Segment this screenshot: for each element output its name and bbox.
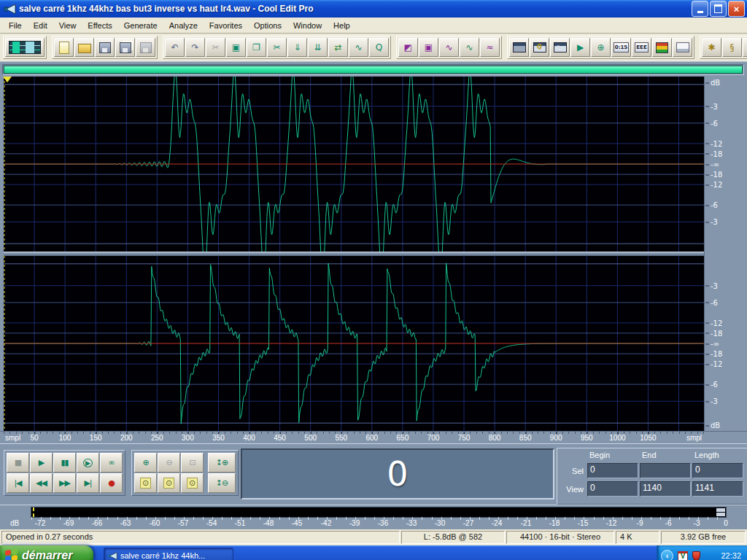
trim-button[interactable]: ▣ [226, 38, 246, 57]
sel-begin-field[interactable]: 0 [587, 463, 638, 478]
rewind-button[interactable]: ◀◀ [30, 473, 53, 493]
taskbar-task-button[interactable]: salve carré 1khz 44kh... [104, 548, 233, 560]
pause-button[interactable]: ▮▮ [53, 453, 76, 472]
toolbar-group: Q▶▶⊕0:15EEE [507, 36, 694, 59]
close-button[interactable]: × [728, 1, 745, 17]
meter-cursor [33, 508, 34, 517]
paste-button[interactable]: ⇓ [287, 38, 307, 57]
sample-ruler[interactable]: 5010015020025030035040045050055060065070… [0, 431, 747, 443]
spectral-view-button[interactable]: ◩ [398, 38, 418, 57]
fast-forward-button[interactable]: ▶▶ [53, 473, 76, 493]
menu-generate[interactable]: Generate [118, 20, 163, 31]
menu-view[interactable]: View [53, 20, 82, 31]
view-length-field[interactable]: 1141 [692, 481, 743, 497]
meter-tick-label: 0 [724, 519, 728, 527]
view-end-field[interactable]: 1140 [640, 481, 691, 497]
view-begin-field[interactable]: 0 [587, 481, 638, 497]
sel-end-field[interactable] [640, 463, 691, 478]
save-selection-button[interactable] [136, 38, 155, 57]
menu-effects[interactable]: Effects [82, 20, 117, 31]
db-ruler-channel-1[interactable]: dB-3-6-12-18-∞-18-12-6-3 [705, 77, 741, 252]
goto-button[interactable]: ▶ [550, 38, 570, 57]
time-display[interactable]: 0 [241, 448, 554, 499]
sel-length-field[interactable]: 0 [692, 463, 743, 478]
zoom-to-left-edge-button[interactable]: ⊙ [134, 473, 157, 493]
organizer-button[interactable] [652, 38, 672, 57]
waveform-channel-right[interactable] [4, 256, 704, 431]
multitrack-view-button[interactable] [5, 38, 44, 57]
zoom-to-right-edge-button[interactable]: ⊙ [181, 473, 204, 493]
tray-chevron-icon[interactable]: ‹ [661, 550, 673, 560]
normalize-button[interactable]: ∿ [349, 38, 368, 57]
zoom-tool-button[interactable]: ⊕ [591, 38, 611, 57]
new-file-button[interactable] [54, 38, 74, 57]
vertical-zoom-out-button[interactable]: ↕⊖ [208, 473, 236, 493]
minimize-button[interactable] [692, 1, 708, 17]
vnc-tray-icon[interactable]: V [678, 551, 688, 560]
open-file-button[interactable] [74, 38, 94, 57]
view-waveform-2-button[interactable]: ∿ [460, 38, 479, 57]
menu-options[interactable]: Options [248, 20, 287, 31]
start-button[interactable]: démarrer [0, 545, 93, 560]
window-tile-button[interactable] [509, 38, 529, 57]
scrollbar-thumb[interactable] [4, 66, 743, 74]
zoom-out-button[interactable]: ⊖ [158, 453, 180, 472]
redo-button[interactable]: ↷ [185, 38, 205, 57]
convert-sample-type-button[interactable]: ⇄ [328, 38, 348, 57]
stop-button[interactable]: ■ [7, 453, 29, 472]
waveform-channel-left[interactable] [4, 77, 704, 252]
go-to-end-button[interactable]: ▶| [77, 473, 99, 493]
level-meter-bar[interactable] [31, 507, 727, 518]
db-label: -12 [711, 181, 722, 189]
session-clock-button[interactable]: 0:15 [611, 38, 631, 57]
zoom-full-button[interactable]: ⊡ [181, 453, 204, 472]
scrollbar-track[interactable] [2, 64, 744, 75]
security-shield-tray-icon[interactable] [692, 551, 700, 560]
play-looped-button[interactable]: ▶ [77, 453, 99, 472]
zoom-to-selection-button[interactable]: ⊙ [158, 473, 180, 493]
view-waveform-3-button[interactable]: ≈ [480, 38, 500, 57]
settings-button[interactable]: ✱ [702, 38, 721, 57]
window-tile-icon [513, 42, 526, 52]
cut-button[interactable]: ✂ [267, 38, 287, 57]
meter-tick-label: -15 [578, 519, 588, 527]
zoom-in-button[interactable]: ⊕ [134, 453, 157, 472]
copy-button[interactable]: ❐ [247, 38, 266, 57]
status-panel-button[interactable] [673, 38, 692, 57]
menu-analyze[interactable]: Analyze [163, 20, 204, 31]
menu-file[interactable]: File [3, 20, 28, 31]
menu-window[interactable]: Window [287, 20, 328, 31]
menu-edit[interactable]: Edit [28, 20, 53, 31]
windows-flag-icon [5, 549, 18, 560]
restore-button[interactable] [710, 1, 727, 17]
record-button[interactable]: ● [100, 473, 123, 493]
play-button[interactable]: ▶ [30, 453, 53, 472]
play-list-button[interactable]: ▶ [570, 38, 590, 57]
loop-button[interactable]: ∞ [100, 453, 123, 472]
find-sounds-button[interactable]: Q [530, 38, 549, 57]
level-meter[interactable]: dB-72-69-66-63-60-57-54-51-48-45-42-39-3… [0, 505, 747, 529]
undo-button[interactable]: ↶ [165, 38, 185, 57]
options-toggle-button[interactable]: ▣ [419, 38, 438, 57]
paste-mix-button[interactable]: ⇊ [308, 38, 328, 57]
vertical-zoom-in-button[interactable]: ↕⊕ [208, 453, 236, 472]
menu-favorites[interactable]: Favorites [204, 20, 248, 31]
menu-help[interactable]: Help [328, 20, 356, 31]
waveform-display[interactable] [4, 77, 704, 431]
playback-cursor-marker[interactable] [3, 77, 12, 87]
save-as-button[interactable] [115, 38, 135, 57]
go-to-beginning-button[interactable]: |◀ [7, 473, 29, 493]
cut-inactive-button[interactable]: ✂ [206, 38, 225, 57]
sample-ruler-label: 700 [427, 434, 440, 442]
selview-row-label-sel: Sel [560, 467, 586, 475]
db-ruler-channel-2[interactable]: -3-6-12-18-∞-18-12-6-3dB [705, 256, 741, 431]
scripting-button[interactable]: § [722, 38, 742, 57]
view-waveform-1-button[interactable]: ∿ [439, 38, 459, 57]
cue-list-button[interactable]: EEE [632, 38, 651, 57]
help-button[interactable]: ? [743, 38, 747, 57]
meter-tick-label: -33 [406, 519, 417, 527]
cue-add-button[interactable]: Q [369, 38, 389, 57]
sample-ruler-scale[interactable]: 5010015020025030035040045050055060065070… [4, 432, 704, 443]
db-ruler[interactable]: dB-3-6-12-18-∞-18-12-6-3-3-6-12-18-∞-18-… [704, 77, 741, 431]
save-button[interactable] [95, 38, 115, 57]
